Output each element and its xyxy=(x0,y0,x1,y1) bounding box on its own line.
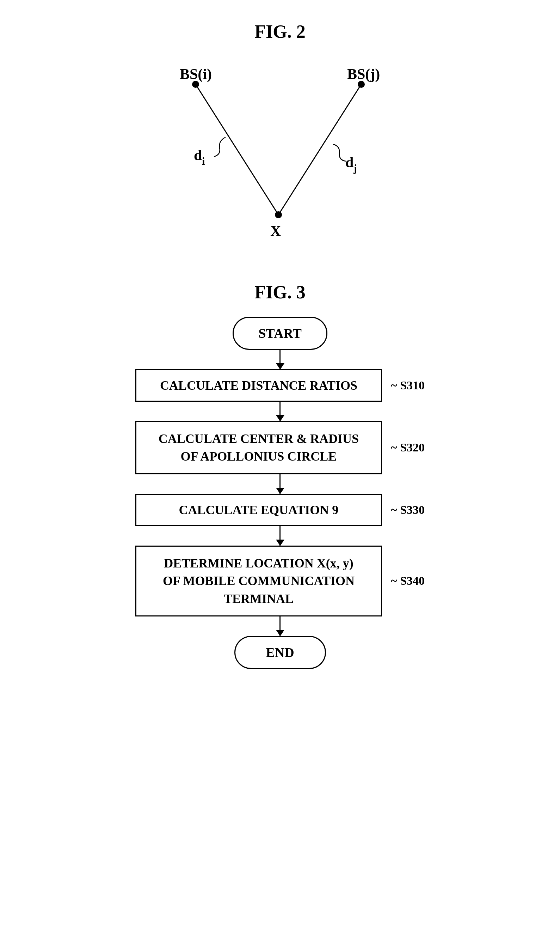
fig2-section: FIG. 2 BS(i) xyxy=(35,21,525,261)
step-s330-text: CALCULATE EQUATION 9 xyxy=(179,503,339,517)
step-s310-row: CALCULATE DISTANCE RATIOS ~ S310 xyxy=(135,369,425,402)
bs-j-label: BS(j) xyxy=(347,66,380,83)
step-s330-box: CALCULATE EQUATION 9 xyxy=(135,494,382,526)
step-s320-row: CALCULATE CENTER & RADIUSOF APOLLONIUS C… xyxy=(135,421,425,474)
flowchart: START CALCULATE DISTANCE RATIOS ~ S310 C… xyxy=(35,317,525,669)
svg-text:j: j xyxy=(353,162,357,174)
arrow-4 xyxy=(279,526,281,546)
fig3-title: FIG. 3 xyxy=(35,282,525,303)
arrow-5 xyxy=(279,616,281,636)
step-s310-text: CALCULATE DISTANCE RATIOS xyxy=(160,379,357,393)
arrow-2 xyxy=(279,402,281,421)
svg-line-4 xyxy=(278,84,361,215)
end-label: END xyxy=(234,636,326,669)
svg-line-3 xyxy=(196,84,278,215)
step-s310-box: CALCULATE DISTANCE RATIOS xyxy=(135,369,382,402)
step-s340-label: ~ S340 xyxy=(391,574,425,588)
step-s340-text: DETERMINE LOCATION X(x, y)OF MOBILE COMM… xyxy=(163,556,354,606)
x-label: X xyxy=(270,223,281,239)
svg-text:d: d xyxy=(345,154,353,170)
arrow-1 xyxy=(279,350,281,369)
step-s310-label: ~ S310 xyxy=(391,379,425,392)
step-s340-row: DETERMINE LOCATION X(x, y)OF MOBILE COMM… xyxy=(135,546,425,616)
fig2-diagram: BS(i) BS(j) d i d j X xyxy=(121,56,439,261)
svg-text:i: i xyxy=(202,155,205,167)
step-s340-box: DETERMINE LOCATION X(x, y)OF MOBILE COMM… xyxy=(135,546,382,616)
start-node: START xyxy=(233,317,327,350)
fig2-title: FIG. 2 xyxy=(35,21,525,42)
step-s320-text: CALCULATE CENTER & RADIUSOF APOLLONIUS C… xyxy=(159,432,359,463)
svg-text:d: d xyxy=(194,147,202,163)
arrow-3 xyxy=(279,474,281,494)
bs-i-label: BS(i) xyxy=(180,66,212,83)
step-s320-label: ~ S320 xyxy=(391,441,425,454)
step-s320-box: CALCULATE CENTER & RADIUSOF APOLLONIUS C… xyxy=(135,421,382,474)
end-node: END xyxy=(234,636,326,669)
step-s330-row: CALCULATE EQUATION 9 ~ S330 xyxy=(135,494,425,526)
step-s330-label: ~ S330 xyxy=(391,503,425,517)
fig2-svg: BS(i) BS(j) d i d j X xyxy=(121,56,439,261)
start-label: START xyxy=(233,317,327,350)
fig3-section: FIG. 3 START CALCULATE DISTANCE RATIOS ~… xyxy=(35,282,525,669)
